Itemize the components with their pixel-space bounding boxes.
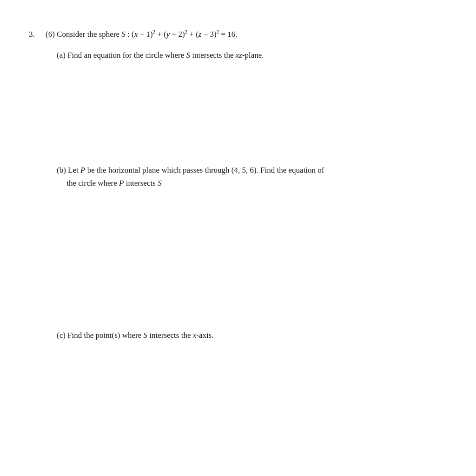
part-b-letter: (b) — [57, 166, 68, 174]
part-b-label: (b) Let P be the horizontal plane which … — [57, 164, 447, 189]
part-c-letter: (c) — [57, 331, 67, 340]
part-b: (b) Let P be the horizontal plane which … — [57, 164, 447, 189]
intro-text: Consider the sphere S : (x − 1)2 + (y + … — [57, 30, 237, 39]
part-a: (a) Find an equation for the circle wher… — [57, 49, 447, 61]
part-a-text: Find an equation for the circle where S … — [67, 51, 264, 60]
part-c-text: Find the point(s) where S intersects the… — [67, 331, 213, 340]
part-b-text: Let P be the horizontal plane which pass… — [57, 166, 324, 187]
problem-header: 3. (6) Consider the sphere S : (x − 1)2 … — [29, 28, 447, 40]
problem-points: (6) — [46, 30, 55, 39]
problem-container: 3. (6) Consider the sphere S : (x − 1)2 … — [29, 19, 447, 342]
problem-number: 3. — [29, 30, 42, 39]
part-c: (c) Find the point(s) where S intersects… — [57, 329, 447, 342]
problem-intro: (6) Consider the sphere S : (x − 1)2 + (… — [46, 28, 238, 40]
part-a-letter: (a) — [57, 51, 67, 60]
part-c-label: (c) Find the point(s) where S intersects… — [57, 329, 447, 342]
part-a-label: (a) Find an equation for the circle wher… — [57, 49, 447, 61]
